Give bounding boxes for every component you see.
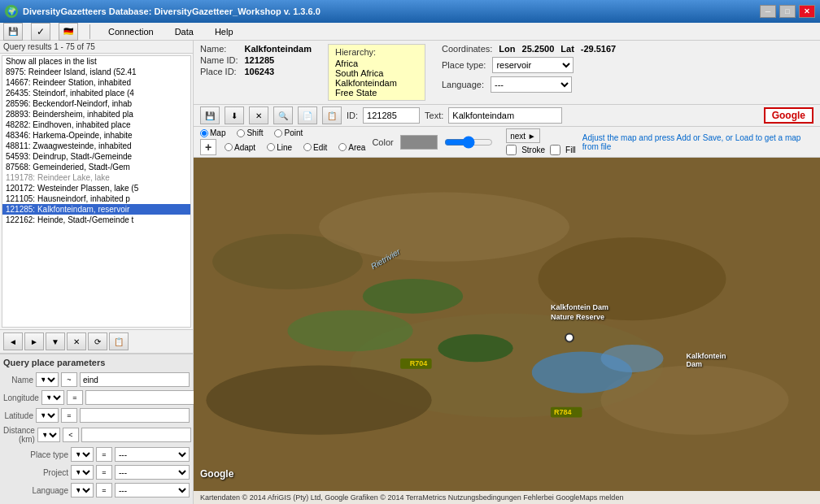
- hierarchy-southafrica[interactable]: South Africa: [335, 68, 418, 78]
- nav-forward-button[interactable]: ►: [24, 332, 44, 350]
- qp-pt-op2[interactable]: [96, 447, 112, 462]
- color-swatch[interactable]: [400, 135, 438, 150]
- id-input[interactable]: [363, 107, 420, 124]
- opacity-slider[interactable]: [444, 136, 493, 149]
- right-panel: Name: Kalkfonteindam Name ID: 121285 Pla…: [194, 41, 820, 504]
- qp-proj-combo[interactable]: ---: [115, 465, 190, 480]
- qp-lon-value[interactable]: [85, 390, 195, 405]
- map-radio[interactable]: Map: [200, 128, 225, 137]
- add-button[interactable]: +: [200, 139, 216, 155]
- qp-dist-op1[interactable]: ▼: [37, 428, 60, 442]
- lon-value: 25.2500: [522, 44, 555, 54]
- list-item[interactable]: 48282: Eindhoven, inhabited place: [2, 119, 190, 130]
- qp-proj-op1[interactable]: ▼: [71, 465, 94, 480]
- dam-label: Kalkfontein Dam Nature Reserve: [551, 303, 608, 322]
- selected-list-item[interactable]: 121285: Kalkfonteindam, reservoir: [2, 204, 190, 215]
- qp-pt-combo[interactable]: ---: [115, 447, 190, 462]
- google-button[interactable]: Google: [764, 107, 813, 124]
- list-item[interactable]: 119178: Reindeer Lake, lake: [2, 172, 190, 183]
- shift-radio[interactable]: Shift: [237, 128, 263, 137]
- list-item[interactable]: 26435: Steindorf, inhabited place (4: [2, 88, 190, 98]
- stroke-checkbox[interactable]: [506, 145, 517, 155]
- results-list[interactable]: Show all places in the list 8975: Reinde…: [2, 55, 191, 328]
- nav-back-button[interactable]: ◄: [3, 332, 23, 350]
- qp-lang-combo[interactable]: ---: [115, 483, 190, 497]
- close-button[interactable]: ✕: [799, 5, 815, 18]
- editor-tb-btn4[interactable]: 🔍: [273, 106, 293, 124]
- list-item[interactable]: 28893: Beindersheim, inhabited pla: [2, 109, 190, 119]
- qp-lang-op1[interactable]: ▼: [71, 483, 94, 497]
- menu-connection[interactable]: Connection: [102, 25, 160, 38]
- hierarchy-africa[interactable]: Africa: [335, 59, 418, 68]
- menu-help[interactable]: Help: [208, 25, 240, 38]
- qp-lang-op2[interactable]: [96, 483, 112, 497]
- hierarchy-freestate[interactable]: Free State: [335, 88, 418, 98]
- list-item[interactable]: 121105: Hausneindorf, inhabited p: [2, 193, 190, 204]
- qp-dist-value[interactable]: [81, 428, 191, 442]
- list-item[interactable]: 54593: Deindrup, Stadt-/Gemeinde: [2, 151, 190, 162]
- next-button[interactable]: next ►: [506, 128, 540, 143]
- qp-name-label: Name: [3, 376, 33, 385]
- toolbar-check-button[interactable]: ✓: [31, 23, 50, 41]
- copy-button[interactable]: 📋: [109, 332, 129, 350]
- qp-lat-op2[interactable]: [61, 408, 77, 423]
- qp-lon-op1[interactable]: ▼: [41, 390, 64, 405]
- list-item[interactable]: 8975: Reindeer Island, island (52.41: [2, 67, 190, 77]
- qp-lat-op1[interactable]: ▼: [36, 408, 59, 423]
- hierarchy-kalkfontein[interactable]: Kalkfonteindam: [335, 78, 418, 88]
- editor-tb-btn5[interactable]: 📄: [298, 106, 317, 124]
- qp-lon-op2[interactable]: [67, 390, 83, 405]
- coords-type-section: Coordinates: Lon 25.2500 Lat -29.5167 Pl…: [442, 44, 616, 93]
- editor-tb-btn6[interactable]: 📋: [322, 106, 342, 124]
- main-layout: Query results 1 - 75 of 75 Show all plac…: [0, 41, 820, 504]
- line-radio[interactable]: Line: [267, 143, 292, 152]
- text-input[interactable]: [448, 107, 562, 124]
- editor-tb-btn3[interactable]: ✕: [249, 106, 268, 124]
- qp-pt-op1[interactable]: ▼: [71, 447, 94, 462]
- fill-checkbox[interactable]: [550, 145, 560, 155]
- maximize-button[interactable]: □: [779, 5, 796, 18]
- toolbar-flag-button[interactable]: 🇩🇪: [59, 23, 78, 41]
- name-value: Kalkfonteindam: [244, 44, 312, 54]
- list-item[interactable]: 87568: Gemeinderied, Stadt-/Gem: [2, 162, 190, 172]
- nameid-label: Name ID:: [200, 55, 238, 65]
- place-type-select[interactable]: reservoir: [492, 57, 574, 73]
- filter-button[interactable]: ▼: [46, 332, 65, 350]
- minimize-button[interactable]: ─: [760, 5, 776, 18]
- qp-row-latitude: Latitude ▼: [3, 408, 190, 423]
- list-item[interactable]: 14667: Reindeer Station, inhabited: [2, 77, 190, 88]
- refresh-button[interactable]: ⟳: [88, 332, 107, 350]
- window-controls: ─ □ ✕: [760, 5, 815, 18]
- adapt-radio[interactable]: Adapt: [225, 143, 255, 152]
- list-item[interactable]: 48346: Harkema-Opeinde, inhabite: [2, 130, 190, 141]
- delete-button[interactable]: ✕: [67, 332, 86, 350]
- qp-row-name: Name ▼: [3, 372, 190, 387]
- editor-tb-btn2[interactable]: ⬇: [225, 106, 244, 124]
- point-radio[interactable]: Point: [274, 128, 303, 137]
- menu-bar: 💾 ✓ 🇩🇪 Connection Data Help: [0, 23, 820, 41]
- list-item[interactable]: 48811: Zwaagwesteinde, inhabited: [2, 141, 190, 151]
- qp-proj-op2[interactable]: [96, 465, 112, 480]
- map-area[interactable]: Rietrivier Kalkfontein Dam Nature Reserv…: [194, 158, 820, 504]
- list-item[interactable]: 120172: Westeinder Plassen, lake (5: [2, 183, 190, 193]
- qp-name-op2[interactable]: [61, 372, 77, 387]
- toolbar-save-button[interactable]: 💾: [3, 23, 23, 41]
- color-label: Color: [372, 137, 393, 147]
- show-all-item[interactable]: Show all places in the list: [2, 56, 190, 67]
- qp-name-op1[interactable]: ▼: [36, 372, 59, 387]
- qp-lat-value[interactable]: [80, 408, 190, 423]
- qp-dist-op2[interactable]: [63, 428, 79, 442]
- svg-point-9: [438, 334, 512, 362]
- lat-value: -29.5167: [581, 44, 616, 54]
- map-radio-group: Map Shift Point: [200, 128, 365, 137]
- list-item[interactable]: 122162: Heinde, Stadt-/Gemeinde t: [2, 215, 190, 225]
- editor-toolbar: 💾 ⬇ ✕ 🔍 📄 📋 ID: Text: Google: [194, 105, 820, 127]
- qp-name-value[interactable]: [80, 372, 190, 387]
- menu-data[interactable]: Data: [168, 25, 200, 38]
- language-select[interactable]: ---: [491, 76, 572, 93]
- editor-tb-btn1[interactable]: 💾: [200, 106, 220, 124]
- list-item[interactable]: 28596: Beckendorf-Neindorf, inhab: [2, 98, 190, 109]
- text-label: Text:: [425, 111, 443, 120]
- edit-radio[interactable]: Edit: [303, 143, 327, 152]
- area-radio[interactable]: Area: [338, 143, 365, 152]
